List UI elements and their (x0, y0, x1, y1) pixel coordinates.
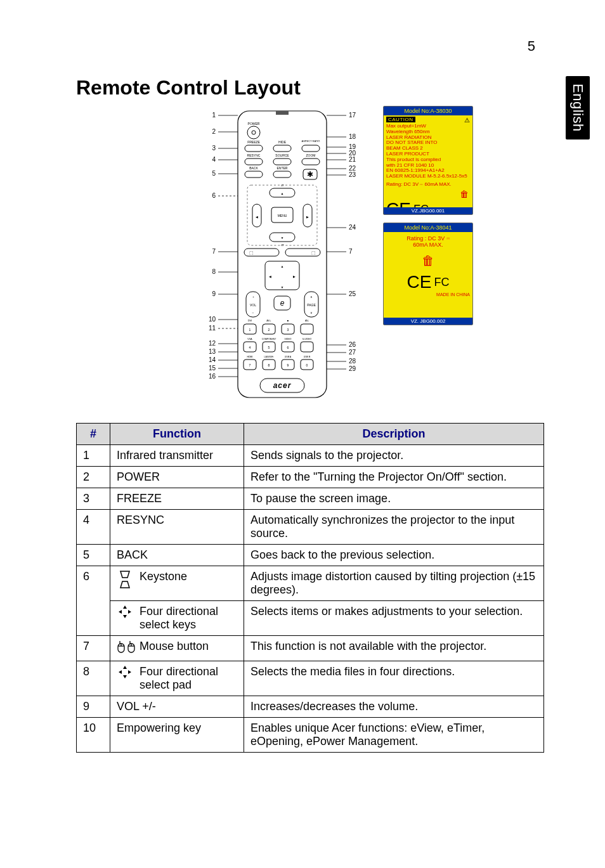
svg-text:⬚: ⬚ (249, 250, 254, 255)
callout-4: 4 (212, 156, 216, 163)
svg-text:▱: ▱ (281, 243, 284, 247)
cl-bot-rating: Rating : DC 3V ⎓ 60mA MAX. (384, 232, 472, 250)
compliance-label-top: Model No:A-38030 CAUTION ⚠ Max output=1m… (383, 106, 473, 215)
cl-top-text: Max output=1mW Wavelength 650nm LASER RA… (384, 122, 472, 181)
callout-5: 5 (212, 170, 216, 177)
svg-text:AV+: AV+ (266, 319, 271, 322)
figure-row: 1 2 3 4 5 6 7 8 9 10 11 12 13 14 15 16 1… (203, 106, 544, 404)
fn-label: Four directional select keys (140, 605, 237, 632)
callout-6: 6 (212, 192, 216, 199)
svg-text:FREEZE: FREEZE (247, 140, 260, 144)
svg-text:S-VIDEO: S-VIDEO (302, 338, 312, 340)
svg-text:9: 9 (287, 363, 289, 367)
svg-text:USB B: USB B (304, 356, 311, 358)
table-row: 10 Empowering key Enables unique Acer fu… (77, 717, 544, 752)
cl-bot-footer: VZ. JBG00.002 (384, 318, 472, 325)
svg-text:acer: acer (273, 381, 292, 390)
page-title: Remote Control Layout (76, 76, 544, 100)
svg-text:4: 4 (249, 346, 251, 349)
svg-text:ZOOM: ZOOM (306, 153, 316, 157)
table-row: 1 Infrared transmitter Sends signals to … (77, 445, 544, 467)
svg-text:AV-: AV- (305, 319, 309, 322)
svg-text:ASPECT RATIO: ASPECT RATIO (302, 139, 320, 143)
table-row: 6 Keystone Adjusts image distortion caus… (77, 566, 544, 601)
callout-27: 27 (349, 349, 356, 356)
svg-text:▼: ▼ (281, 285, 284, 289)
svg-text:SOURCE: SOURCE (275, 153, 289, 157)
table-row: 9 VOL +/- Increases/decreases the volume… (77, 696, 544, 717)
fcc-mark-icon: FC (434, 276, 449, 288)
svg-text:BACK: BACK (249, 166, 258, 170)
svg-text:▼: ▼ (281, 236, 284, 240)
callout-16: 16 (209, 373, 216, 380)
compliance-labels: Model No:A-38030 CAUTION ⚠ Max output=1m… (383, 106, 473, 325)
callout-18: 18 (349, 133, 356, 140)
fn-label: Four directional select pad (140, 665, 237, 692)
ce-mark-icon: CE (407, 273, 432, 291)
svg-text:USB A: USB A (285, 356, 292, 358)
svg-rect-31 (276, 111, 289, 115)
callout-3: 3 (212, 145, 216, 152)
callout-9: 9 (212, 290, 216, 297)
svg-text:3: 3 (287, 328, 289, 332)
keystone-icon (117, 570, 133, 592)
callout-10: 10 (209, 316, 216, 323)
svg-text:POWER: POWER (248, 122, 260, 126)
svg-text:HIDE: HIDE (278, 140, 287, 144)
th-fn: Function (110, 424, 244, 445)
callout-29: 29 (349, 365, 356, 372)
svg-text:▲: ▲ (281, 191, 284, 195)
table-row: 4 RESYNC Automatically synchronizes the … (77, 510, 544, 545)
trash-icon: 🗑 (422, 254, 434, 268)
table-row: 7 (77, 636, 544, 661)
callout-8: 8 (212, 268, 216, 275)
callout-23: 23 (349, 171, 356, 178)
svg-text:RESYNC: RESYNC (247, 153, 261, 157)
svg-text:VIDEO: VIDEO (285, 338, 292, 340)
svg-text:6: 6 (287, 346, 289, 349)
th-num: # (77, 424, 110, 445)
svg-text:0: 0 (306, 363, 308, 367)
callout-14: 14 (209, 356, 216, 363)
mouse-icon (117, 640, 133, 657)
caution-tag: CAUTION (386, 117, 415, 122)
callout-21: 21 (349, 156, 356, 163)
remote-diagram: 1 2 3 4 5 6 7 8 9 10 11 12 13 14 15 16 1… (203, 106, 368, 404)
dpad-icon (117, 665, 133, 682)
callout-13: 13 (209, 348, 216, 355)
callout-7r: 7 (349, 248, 353, 255)
svg-text:ENTER: ENTER (277, 166, 288, 170)
fn-label: Keystone (140, 570, 187, 583)
table-row: 5 BACK Goes back to the previous selecti… (77, 545, 544, 566)
language-tab: English (566, 76, 590, 139)
svg-text:PAGE: PAGE (307, 303, 316, 307)
svg-text:∨: ∨ (310, 311, 313, 314)
svg-text:2: 2 (268, 328, 270, 332)
cl-bot-model: Model No:A-38041 (384, 223, 472, 232)
cl-top-rating: Rating: DC 3V ⎓ 60mA MAX. (384, 181, 472, 189)
callout-7: 7 (212, 248, 216, 255)
callout-17: 17 (349, 112, 356, 119)
callout-2: 2 (212, 128, 216, 135)
page-number: 5 (528, 38, 535, 55)
trash-icon: 🗑 (460, 189, 469, 199)
svg-text:MENU: MENU (278, 214, 287, 217)
svg-text:COMPONENT: COMPONENT (262, 338, 277, 340)
svg-text:∧: ∧ (310, 295, 313, 299)
table-row: 3 FREEZE To pause the screen image. (77, 488, 544, 510)
svg-text:5: 5 (268, 346, 270, 349)
cl-bot-made: MADE IN CHINA (384, 292, 472, 297)
cl-top-model: Model No:A-38030 (384, 107, 472, 115)
table-row: 2 POWER Refer to the "Turning the Projec… (77, 467, 544, 488)
th-desc: Description (244, 424, 544, 445)
svg-text:VOL: VOL (250, 303, 256, 307)
dpad-icon (117, 605, 133, 622)
callout-28: 28 (349, 358, 356, 365)
svg-text:e: e (280, 299, 285, 308)
svg-text:✱: ✱ (307, 170, 313, 179)
svg-text:▶: ▶ (306, 215, 309, 219)
cl-top-footer: VZ.JBG00.001 (384, 207, 472, 214)
callout-24: 24 (349, 224, 356, 231)
callout-1: 1 (212, 112, 216, 119)
callout-15: 15 (209, 365, 216, 372)
